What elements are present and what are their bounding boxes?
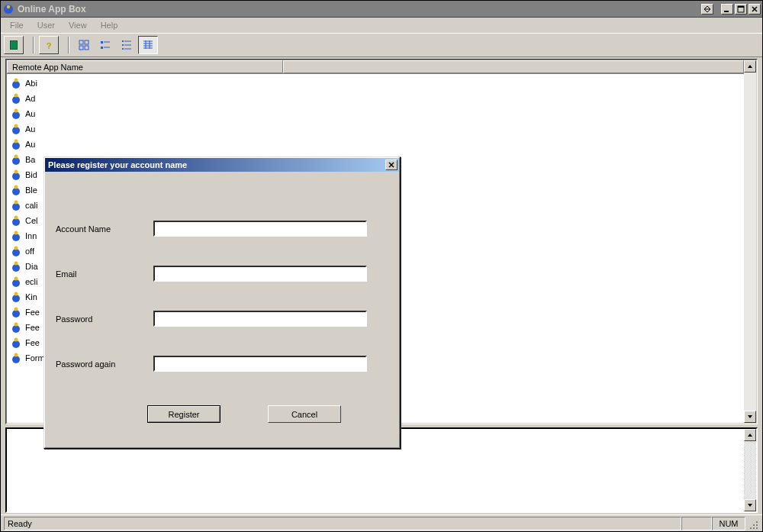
list-item[interactable]: Au bbox=[8, 106, 742, 121]
menu-view[interactable]: View bbox=[63, 19, 93, 31]
cancel-button[interactable]: Cancel bbox=[268, 405, 341, 423]
svg-point-55 bbox=[14, 277, 18, 281]
svg-point-35 bbox=[14, 124, 18, 128]
status-spacer bbox=[681, 517, 712, 530]
list-item-label: Au bbox=[25, 124, 35, 134]
svg-rect-6 bbox=[11, 41, 17, 49]
log-scrollbar[interactable] bbox=[744, 429, 756, 511]
svg-text:?: ? bbox=[47, 41, 52, 50]
view-small-icon[interactable] bbox=[95, 36, 115, 54]
svg-point-51 bbox=[14, 247, 18, 250]
toolbar-separator bbox=[68, 37, 69, 53]
svg-rect-16 bbox=[122, 40, 124, 42]
svg-rect-20 bbox=[122, 48, 124, 50]
maximize-button[interactable] bbox=[735, 4, 747, 15]
close-button[interactable] bbox=[749, 4, 761, 15]
scroll-up-icon[interactable] bbox=[744, 60, 756, 73]
register-button[interactable]: Register bbox=[147, 405, 221, 423]
column-empty[interactable] bbox=[283, 60, 744, 73]
app-icon bbox=[2, 3, 14, 15]
svg-rect-12 bbox=[101, 41, 103, 44]
toolbar: ? bbox=[1, 33, 762, 57]
toolbar-separator bbox=[33, 37, 34, 53]
titlebar: Online App Box bbox=[1, 1, 762, 18]
view-details-icon[interactable] bbox=[138, 36, 158, 54]
account-name-label: Account Name bbox=[56, 224, 153, 234]
globe-icon bbox=[10, 276, 22, 288]
dialog-titlebar: Please register your account name bbox=[45, 158, 399, 172]
globe-icon bbox=[10, 214, 22, 227]
list-item-label: Au bbox=[25, 140, 35, 149]
list-item[interactable]: Au bbox=[8, 121, 742, 137]
svg-point-59 bbox=[14, 308, 18, 311]
globe-icon bbox=[10, 352, 22, 364]
list-item[interactable]: Abi bbox=[8, 76, 742, 91]
column-remote-app-name[interactable]: Remote App Name bbox=[7, 60, 283, 73]
scroll-track[interactable] bbox=[744, 73, 756, 411]
minimize-button[interactable] bbox=[721, 4, 733, 15]
view-large-icon[interactable] bbox=[74, 36, 94, 54]
svg-point-65 bbox=[14, 353, 18, 357]
password-input[interactable] bbox=[153, 311, 367, 327]
svg-point-47 bbox=[14, 216, 18, 220]
view-list-icon[interactable] bbox=[117, 36, 137, 54]
menubar: File User View Help bbox=[1, 18, 762, 33]
svg-rect-4 bbox=[738, 6, 744, 8]
scroll-down-icon[interactable] bbox=[744, 499, 756, 511]
list-item-label: off bbox=[25, 247, 34, 256]
list-item-label: Dia bbox=[25, 262, 38, 271]
svg-point-53 bbox=[14, 262, 18, 266]
register-dialog: Please register your account name Accoun… bbox=[43, 156, 401, 449]
menu-help[interactable]: Help bbox=[95, 19, 124, 31]
globe-icon bbox=[10, 108, 22, 120]
list-scrollbar[interactable] bbox=[744, 60, 756, 423]
password-again-input[interactable] bbox=[153, 356, 367, 372]
password-label: Password bbox=[56, 314, 153, 324]
window-buttons bbox=[701, 4, 761, 15]
globe-icon bbox=[10, 199, 22, 211]
scroll-down-icon[interactable] bbox=[744, 411, 756, 423]
globe-icon bbox=[10, 337, 22, 349]
dialog-title: Please register your account name bbox=[47, 160, 385, 169]
svg-rect-71 bbox=[756, 521, 758, 523]
list-item-label: cali bbox=[25, 201, 38, 210]
column-headers: Remote App Name bbox=[7, 60, 744, 74]
help-icon[interactable]: ? bbox=[39, 36, 59, 54]
globe-icon bbox=[10, 123, 22, 135]
svg-point-49 bbox=[14, 231, 18, 235]
svg-point-41 bbox=[14, 170, 18, 174]
account-name-input[interactable] bbox=[153, 221, 367, 237]
list-item-label: Fee bbox=[25, 323, 40, 332]
globe-icon bbox=[10, 77, 22, 89]
svg-point-57 bbox=[14, 292, 18, 296]
svg-rect-18 bbox=[122, 44, 124, 46]
svg-rect-10 bbox=[79, 46, 83, 50]
svg-point-1 bbox=[7, 5, 10, 8]
scroll-track[interactable] bbox=[744, 441, 756, 499]
globe-icon bbox=[10, 92, 22, 105]
dialog-close-button[interactable] bbox=[385, 160, 398, 170]
svg-rect-9 bbox=[85, 40, 89, 44]
resize-grip-icon[interactable] bbox=[745, 517, 759, 530]
dialog-body: Account Name Email Password Password aga… bbox=[45, 172, 399, 447]
main-window: Online App Box File User View Help ? bbox=[0, 0, 763, 532]
list-item[interactable]: Au bbox=[8, 137, 742, 152]
globe-icon bbox=[10, 245, 22, 257]
svg-point-45 bbox=[14, 201, 18, 205]
list-item-label: Fee bbox=[25, 338, 40, 347]
statusbar: Ready NUM bbox=[1, 514, 762, 531]
list-item[interactable]: Ad bbox=[8, 91, 742, 106]
email-input[interactable] bbox=[153, 266, 367, 282]
globe-icon bbox=[10, 138, 22, 150]
list-item-label: Au bbox=[25, 109, 35, 118]
svg-rect-66 bbox=[756, 527, 758, 529]
content-area: Remote App Name AbiAdAuAuAuBaBidBlecaliC… bbox=[1, 57, 762, 514]
list-item-label: Ba bbox=[25, 155, 35, 164]
svg-rect-69 bbox=[750, 527, 752, 529]
scroll-up-icon[interactable] bbox=[744, 429, 756, 441]
list-item-label: Ble bbox=[25, 185, 37, 195]
book-icon[interactable] bbox=[4, 36, 24, 54]
menu-file[interactable]: File bbox=[4, 19, 30, 31]
resize-button[interactable] bbox=[701, 4, 713, 15]
menu-user[interactable]: User bbox=[31, 19, 61, 31]
